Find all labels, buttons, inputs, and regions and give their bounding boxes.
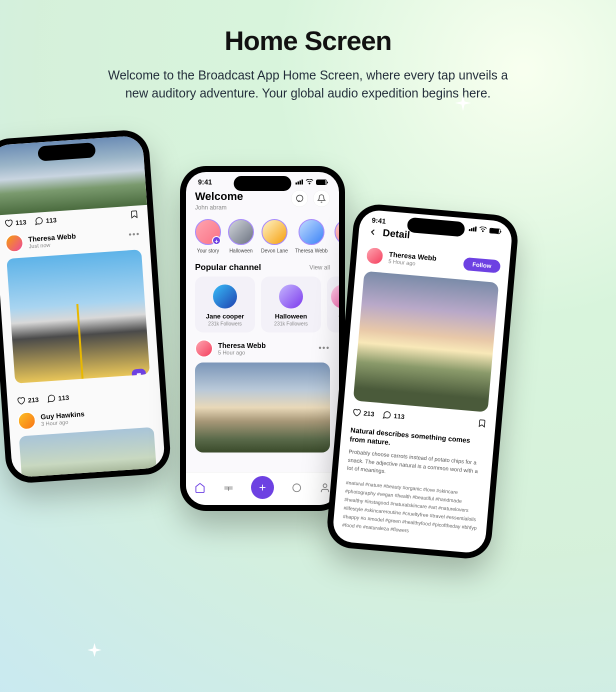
post-header[interactable]: Theresa Webb 5 Hour ago ••• — [195, 340, 330, 358]
bookmark-button[interactable] — [477, 418, 487, 428]
like-button[interactable]: 113 — [4, 218, 26, 228]
tab-messages[interactable] — [291, 482, 302, 496]
popular-channel-title: Popular channel — [195, 262, 261, 272]
like-button[interactable]: 213 — [352, 408, 374, 418]
more-icon[interactable]: ••• — [128, 230, 140, 240]
more-icon[interactable]: ••• — [318, 344, 330, 352]
tab-create[interactable]: + — [251, 476, 274, 499]
channel-card[interactable]: Jane cooper231k Followers — [195, 276, 255, 332]
stories-row: +Your story Halloween Devon Lane Theresa… — [186, 211, 339, 258]
messages-button[interactable] — [291, 190, 308, 207]
post-image[interactable] — [195, 362, 330, 452]
story-item[interactable]: Theresa Webb — [295, 219, 328, 254]
detail-image[interactable] — [353, 271, 499, 412]
tab-bar: + — [186, 472, 339, 505]
comment-button[interactable]: 113 — [382, 410, 405, 421]
tab-explore[interactable] — [223, 482, 234, 496]
back-icon[interactable] — [368, 226, 378, 238]
signal-icon — [469, 226, 477, 232]
status-time: 9:41 — [372, 216, 386, 225]
username: John abram — [195, 204, 243, 211]
bookmark-fab[interactable] — [132, 368, 146, 384]
like-button[interactable]: 213 — [16, 395, 39, 406]
phone-notch — [234, 176, 292, 191]
post-author: Theresa Webb — [218, 342, 266, 350]
detail-tags: #natural #nature #beauty #organic #love … — [342, 478, 481, 540]
story-item[interactable]: +Your story — [195, 219, 221, 254]
page-title: Home Screen — [0, 25, 616, 56]
avatar — [17, 411, 36, 430]
tab-profile[interactable] — [320, 482, 330, 496]
signal-icon — [296, 180, 303, 184]
avatar — [5, 234, 24, 252]
welcome-title: Welcome — [195, 190, 243, 203]
channel-card[interactable]: Halloween231k Followers — [261, 276, 321, 332]
channels-row: Jane cooper231k Followers Halloween231k … — [186, 276, 339, 332]
phone-mockup-detail: 9:41 Detail Theresa Webb 5 Hour ago Foll… — [326, 202, 520, 560]
add-story-icon: + — [212, 236, 221, 245]
hero-section: Home Screen Welcome to the Broadcast App… — [0, 0, 616, 102]
post-image[interactable] — [19, 427, 159, 478]
notifications-button[interactable] — [313, 190, 330, 207]
phone-mockup-feed: 113 113 Theresa Webb Just now ••• 213 11… — [0, 128, 172, 484]
detail-title: Detail — [382, 227, 410, 241]
post-image[interactable] — [6, 250, 150, 384]
wifi-icon — [478, 226, 487, 233]
wifi-icon — [306, 179, 314, 185]
channel-card[interactable]: Co231 — [327, 276, 339, 332]
phone-mockup-home: 9:41 Welcome John abram +Your story Hall… — [180, 166, 345, 511]
story-item[interactable]: Floy — [334, 219, 339, 254]
follow-button[interactable]: Follow — [463, 257, 501, 273]
battery-icon — [316, 180, 327, 185]
avatar — [365, 246, 384, 266]
battery-icon — [489, 228, 500, 234]
view-all-link[interactable]: View all — [310, 264, 330, 271]
post-time: 5 Hour ago — [218, 350, 266, 356]
comment-button[interactable]: 113 — [46, 393, 70, 404]
tab-home[interactable] — [194, 482, 206, 496]
comment-button[interactable]: 113 — [34, 216, 57, 226]
status-time: 9:41 — [198, 178, 212, 186]
page-description: Welcome to the Broadcast App Home Screen… — [103, 66, 513, 102]
bookmark-button[interactable] — [130, 210, 139, 219]
story-item[interactable]: Halloween — [228, 219, 254, 254]
avatar — [195, 340, 213, 358]
story-item[interactable]: Devon Lane — [261, 219, 288, 254]
